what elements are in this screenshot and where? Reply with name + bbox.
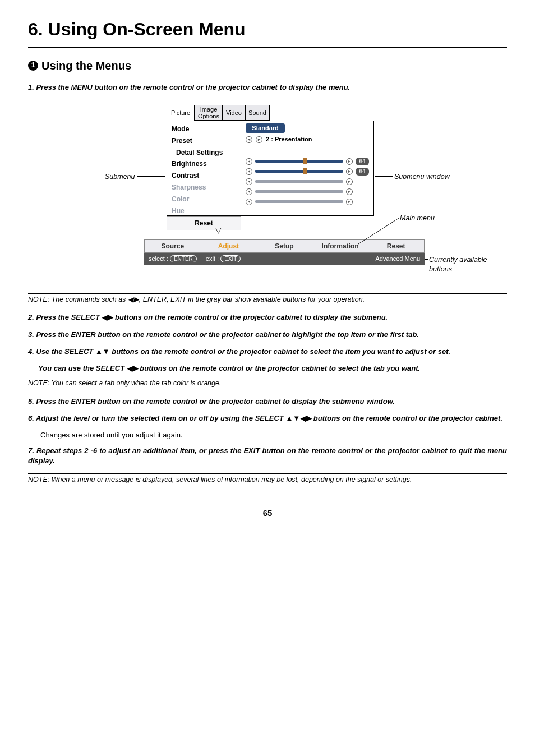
status-select-label: select : bbox=[149, 255, 168, 262]
tab-image-options[interactable]: Image Options bbox=[195, 105, 223, 121]
color-slider: ◂ ▸ 00 bbox=[246, 188, 369, 196]
osd-window: Picture Image Options Video Sound Mode P… bbox=[167, 105, 374, 216]
arrow-right-icon: ▸ bbox=[346, 188, 353, 195]
step-1: 1. Press the MENU button on the remote c… bbox=[28, 82, 507, 93]
step-6-body: Changes are stored until you adjust it a… bbox=[40, 430, 507, 440]
chapter-title: 6. Using On-Screen Menu bbox=[28, 17, 507, 48]
main-source[interactable]: Source bbox=[145, 242, 201, 251]
tab-video[interactable]: Video bbox=[223, 105, 245, 121]
osd-tab-bar: Picture Image Options Video Sound bbox=[167, 105, 374, 121]
arrow-right-icon[interactable]: ▸ bbox=[346, 158, 353, 165]
arrow-left-icon[interactable]: ◂ bbox=[246, 136, 252, 143]
submenu-values: Standard ◂ ▸ 2 : Presentation ◂ ▸ 64 ◂ ▸ bbox=[241, 121, 373, 215]
arrow-right-icon[interactable]: ▸ bbox=[346, 168, 353, 175]
arrow-left-icon: ◂ bbox=[246, 188, 252, 195]
note-2: NOTE: You can select a tab only when the… bbox=[28, 377, 507, 389]
arrow-right-icon: ▸ bbox=[346, 199, 353, 205]
submenu-hue: Hue bbox=[167, 205, 241, 217]
enter-button-hint: ENTER bbox=[170, 255, 197, 262]
callout-line bbox=[375, 176, 393, 177]
preset-row[interactable]: ◂ ▸ 2 : Presentation bbox=[246, 135, 369, 144]
step-5: 5. Press the ENTER button on the remote … bbox=[28, 397, 507, 407]
mode-value: Standard bbox=[246, 123, 285, 133]
page-number: 65 bbox=[28, 507, 507, 519]
arrow-left-icon[interactable]: ◂ bbox=[246, 168, 252, 175]
arrow-left-icon: ◂ bbox=[246, 178, 252, 185]
callout-line bbox=[425, 259, 428, 260]
brightness-slider[interactable]: ◂ ▸ 64 bbox=[246, 158, 369, 165]
tab-sound[interactable]: Sound bbox=[245, 105, 270, 121]
hue-slider: ◂ ▸ 00 bbox=[246, 198, 369, 206]
callout-main-menu: Main menu bbox=[400, 214, 435, 224]
step-2: 2. Press the SELECT ◀▶ buttons on the re… bbox=[28, 312, 507, 322]
arrow-right-icon[interactable]: ▸ bbox=[256, 136, 262, 143]
submenu-column: Mode Preset Detail Settings Brightness C… bbox=[167, 121, 241, 215]
step-7: 7. Repeat steps 2 -6 to adjust an additi… bbox=[28, 446, 507, 466]
callout-submenu: Submenu bbox=[105, 172, 135, 182]
contrast-slider[interactable]: ◂ ▸ 64 bbox=[246, 168, 369, 176]
step-4: 4. Use the SELECT ▲▼ buttons on the remo… bbox=[28, 347, 507, 357]
note-3: NOTE: When a menu or message is displaye… bbox=[28, 473, 507, 485]
arrow-right-icon: ▸ bbox=[346, 178, 353, 185]
submenu-preset[interactable]: Preset bbox=[167, 135, 241, 147]
section-title-text: Using the Menus bbox=[41, 58, 131, 73]
section-number-badge: 1 bbox=[28, 61, 38, 71]
arrow-left-icon[interactable]: ◂ bbox=[246, 158, 252, 165]
submenu-brightness[interactable]: Brightness bbox=[167, 158, 241, 170]
sharpness-slider: ◂ ▸ 00 bbox=[246, 178, 369, 186]
svg-line-0 bbox=[358, 218, 399, 244]
submenu-mode[interactable]: Mode bbox=[167, 123, 241, 135]
callout-line bbox=[352, 217, 402, 248]
step-4b: You can use the SELECT ◀▶ buttons on the… bbox=[38, 363, 507, 374]
contrast-value: 64 bbox=[356, 168, 369, 176]
submenu-detail-settings[interactable]: Detail Settings bbox=[167, 147, 241, 159]
submenu-sharpness: Sharpness bbox=[167, 182, 241, 193]
status-exit-label: exit : bbox=[206, 255, 219, 262]
arrow-left-icon: ◂ bbox=[246, 199, 252, 205]
brightness-value: 64 bbox=[356, 158, 369, 165]
step-3: 3. Press the ENTER button on the remote … bbox=[28, 330, 507, 340]
status-advanced-menu: Advanced Menu bbox=[376, 255, 421, 263]
status-bar: select : ENTER exit : EXIT Advanced Menu bbox=[144, 253, 425, 265]
section-title: 1 Using the Menus bbox=[28, 58, 507, 73]
preset-value: 2 : Presentation bbox=[266, 135, 312, 144]
chevron-down-icon: ▽ bbox=[215, 225, 222, 236]
submenu-reset[interactable]: Reset bbox=[167, 216, 241, 230]
main-setup[interactable]: Setup bbox=[256, 242, 312, 251]
tab-picture[interactable]: Picture bbox=[167, 105, 195, 121]
osd-diagram: Picture Image Options Video Sound Mode P… bbox=[38, 99, 497, 284]
main-adjust[interactable]: Adjust bbox=[201, 242, 257, 251]
exit-button-hint: EXIT bbox=[220, 255, 241, 262]
step-6: 6. Adjust the level or turn the selected… bbox=[28, 413, 507, 423]
callout-line bbox=[137, 176, 165, 177]
submenu-contrast[interactable]: Contrast bbox=[167, 170, 241, 182]
callout-submenu-window: Submenu window bbox=[394, 172, 450, 182]
callout-available-buttons: Currently available buttons bbox=[429, 255, 496, 275]
submenu-color: Color bbox=[167, 193, 241, 205]
note-1: NOTE: The commands such as ◀▶, ENTER, EX… bbox=[28, 293, 507, 305]
